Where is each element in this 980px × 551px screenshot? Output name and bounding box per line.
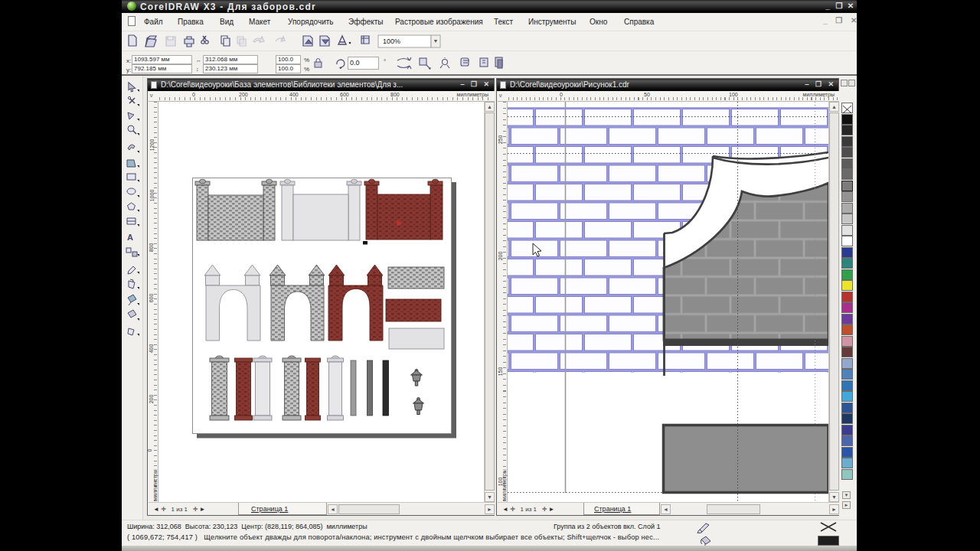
svg-text:▼: ▼ xyxy=(433,38,439,44)
svg-text:A: A xyxy=(127,233,133,242)
svg-text:100%: 100% xyxy=(383,37,400,45)
